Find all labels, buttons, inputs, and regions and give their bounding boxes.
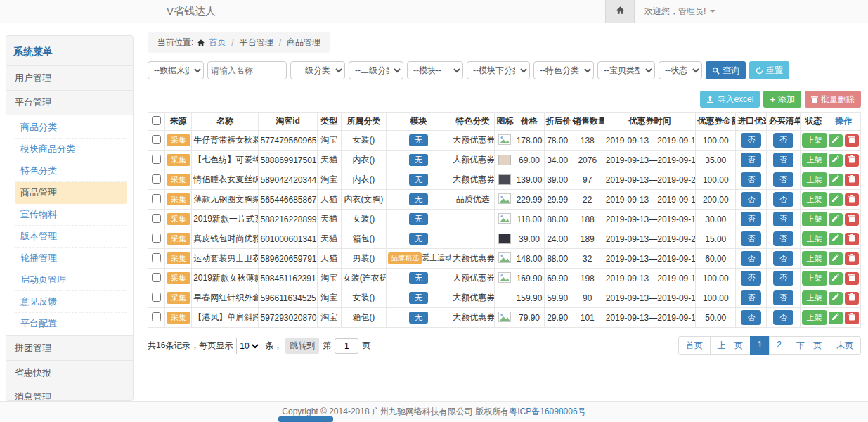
row-checkbox[interactable] <box>152 293 161 302</box>
delete-button[interactable] <box>845 213 859 226</box>
user-menu[interactable]: 欢迎您，管理员! <box>635 0 725 23</box>
must-buy-toggle[interactable]: 否 <box>773 172 793 187</box>
sidebar-group-item[interactable]: 平台管理 <box>6 90 133 115</box>
page-button[interactable]: 2 <box>769 336 789 355</box>
import-preferred-toggle[interactable]: 否 <box>741 251 761 266</box>
row-checkbox[interactable] <box>152 194 161 203</box>
import-preferred-toggle[interactable]: 否 <box>741 133 761 148</box>
sidebar-group-item[interactable]: 拼团管理 <box>6 335 133 360</box>
page-button[interactable]: 首页 <box>678 336 711 355</box>
import-excel-button[interactable]: 导入excel <box>700 91 760 108</box>
status-badge[interactable]: 上架 <box>802 212 827 226</box>
sidebar-item[interactable]: 商品管理 <box>15 182 127 204</box>
status-badge[interactable]: 上架 <box>802 153 827 167</box>
category-level1-select[interactable]: 一级分类 <box>290 61 345 79</box>
breadcrumb-home-link[interactable]: 首页 <box>209 37 226 49</box>
edit-button[interactable] <box>829 174 843 186</box>
edit-button[interactable] <box>829 312 843 324</box>
icp-link[interactable]: 粤ICP备16098006号 <box>509 407 585 416</box>
delete-button[interactable] <box>845 193 859 206</box>
sidebar-item[interactable]: 平台配置 <box>15 313 127 334</box>
add-button[interactable]: + 添加 <box>763 91 801 108</box>
delete-button[interactable] <box>845 174 859 186</box>
edit-button[interactable] <box>829 213 843 226</box>
page-button[interactable]: 下一页 <box>789 336 829 355</box>
status-badge[interactable]: 上架 <box>802 192 827 207</box>
import-preferred-toggle[interactable]: 否 <box>741 231 761 246</box>
status-badge[interactable]: 上架 <box>802 310 827 325</box>
jump-to-button[interactable]: 跳转到 <box>285 338 319 354</box>
status-badge[interactable]: 上架 <box>802 251 827 266</box>
edit-button[interactable] <box>829 154 843 167</box>
row-checkbox[interactable] <box>152 155 161 164</box>
edit-button[interactable] <box>829 292 843 305</box>
page-button[interactable]: 上一页 <box>710 336 751 355</box>
select-all-checkbox[interactable] <box>152 116 161 125</box>
name-search-input[interactable] <box>207 61 287 79</box>
search-button[interactable]: 查询 <box>706 61 746 79</box>
delete-button[interactable] <box>845 252 859 265</box>
delete-button[interactable] <box>845 292 859 305</box>
import-preferred-toggle[interactable]: 否 <box>741 153 761 167</box>
import-preferred-toggle[interactable]: 否 <box>741 271 761 286</box>
item-type-select[interactable]: --宝贝类型-- <box>597 61 655 79</box>
status-badge[interactable]: 上架 <box>802 290 827 305</box>
row-checkbox[interactable] <box>152 312 161 321</box>
reset-button[interactable]: 重置 <box>749 61 789 79</box>
edit-button[interactable] <box>829 233 843 245</box>
per-page-select[interactable]: 10 <box>236 338 261 354</box>
sidebar-item[interactable]: 宣传物料 <box>15 204 127 226</box>
sidebar-item[interactable]: 意见反馈 <box>15 291 127 313</box>
sidebar-group-item[interactable]: 省惠快报 <box>6 360 133 385</box>
import-preferred-toggle[interactable]: 否 <box>741 290 761 305</box>
edit-button[interactable] <box>829 193 843 206</box>
delete-button[interactable] <box>845 272 859 285</box>
must-buy-toggle[interactable]: 否 <box>773 310 793 325</box>
edit-button[interactable] <box>829 134 843 147</box>
must-buy-toggle[interactable]: 否 <box>773 192 793 207</box>
row-checkbox[interactable] <box>152 253 161 262</box>
import-preferred-toggle[interactable]: 否 <box>741 212 761 226</box>
module-subcategory-select[interactable]: --模块下分类-- <box>467 61 530 79</box>
import-preferred-toggle[interactable]: 否 <box>741 310 761 325</box>
sidebar-group-item[interactable]: 用户管理 <box>6 65 133 90</box>
import-preferred-toggle[interactable]: 否 <box>741 172 761 187</box>
sidebar-item[interactable]: 轮播管理 <box>15 248 127 269</box>
status-badge[interactable]: 上架 <box>802 172 827 187</box>
page-button[interactable]: 1 <box>750 336 770 355</box>
import-preferred-toggle[interactable]: 否 <box>741 192 761 207</box>
batch-delete-button[interactable]: 批量删除 <box>805 91 861 108</box>
delete-button[interactable] <box>845 312 859 324</box>
jump-page-input[interactable] <box>335 338 358 354</box>
sidebar-item[interactable]: 商品分类 <box>15 117 127 139</box>
edit-button[interactable] <box>829 252 843 265</box>
must-buy-toggle[interactable]: 否 <box>773 153 793 167</box>
page-button[interactable]: 末页 <box>829 336 861 355</box>
status-badge[interactable]: 上架 <box>802 231 827 246</box>
sidebar-group-item[interactable]: 消息管理 <box>6 385 133 401</box>
data-source-select[interactable]: --数据来源-- <box>148 61 204 79</box>
must-buy-toggle[interactable]: 否 <box>773 231 793 246</box>
status-badge[interactable]: 上架 <box>802 271 827 286</box>
delete-button[interactable] <box>845 154 859 167</box>
row-checkbox[interactable] <box>152 214 161 223</box>
home-button[interactable] <box>605 0 635 23</box>
row-checkbox[interactable] <box>152 234 161 243</box>
must-buy-toggle[interactable]: 否 <box>773 290 793 305</box>
status-badge[interactable]: 上架 <box>802 133 827 148</box>
must-buy-toggle[interactable]: 否 <box>773 212 793 226</box>
sidebar-item[interactable]: 版本管理 <box>15 226 127 248</box>
sidebar-item[interactable]: 模块商品分类 <box>15 139 127 160</box>
delete-button[interactable] <box>845 233 859 245</box>
sidebar-item[interactable]: 特色分类 <box>15 160 127 182</box>
must-buy-toggle[interactable]: 否 <box>773 133 793 148</box>
must-buy-toggle[interactable]: 否 <box>773 251 793 266</box>
module-select[interactable]: --模块-- <box>407 61 463 79</box>
category-level2-select[interactable]: --二级分类-- <box>349 61 403 79</box>
feature-category-select[interactable]: --特色分类-- <box>533 61 594 79</box>
sidebar-item[interactable]: 启动页管理 <box>15 269 127 291</box>
status-select[interactable]: --状态-- <box>659 61 702 79</box>
row-checkbox[interactable] <box>152 174 161 184</box>
row-checkbox[interactable] <box>152 135 161 144</box>
delete-button[interactable] <box>845 134 859 147</box>
